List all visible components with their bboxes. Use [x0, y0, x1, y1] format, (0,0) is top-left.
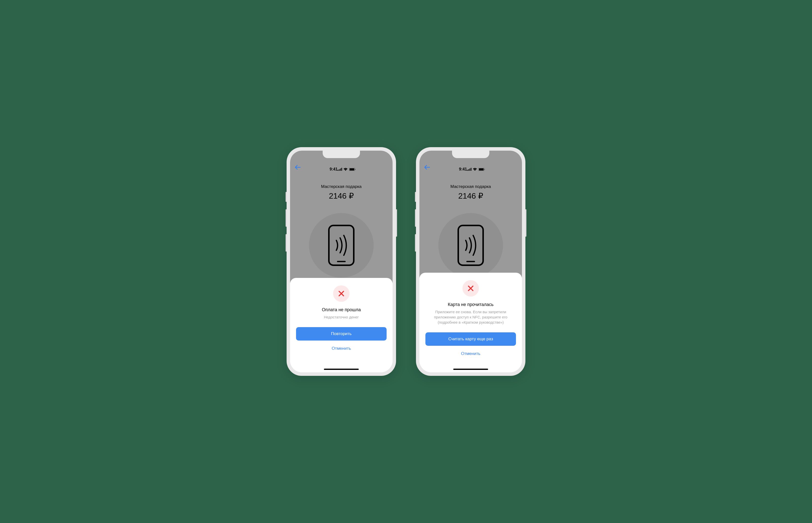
notch	[452, 151, 489, 158]
svg-rect-10	[468, 169, 469, 171]
error-icon-circle	[463, 280, 479, 296]
svg-rect-14	[479, 168, 484, 170]
svg-rect-9	[467, 170, 468, 171]
svg-rect-3	[341, 168, 342, 171]
payment-backdrop: 9:41 Мастерская подарка 2146 ₽	[290, 151, 393, 283]
error-subtitle: Недостаточно денег	[322, 314, 361, 320]
back-button[interactable]	[425, 165, 430, 170]
error-bottom-sheet: Карта не прочиталась Приложите ее снова.…	[419, 273, 522, 372]
back-arrow-icon	[295, 165, 300, 169]
phone-mockup-2: 9:41 Мастерская подарка 2146 ₽	[416, 147, 525, 376]
wifi-icon	[473, 168, 477, 171]
read-card-again-button[interactable]: Считать карту еще раз	[426, 332, 516, 346]
error-subtitle: Приложите ее снова. Если вы запретили пр…	[426, 309, 516, 325]
status-icons	[338, 168, 356, 171]
svg-rect-6	[355, 169, 356, 170]
merchant-name: Мастерская подарка	[321, 184, 362, 189]
cellular-icon	[467, 168, 471, 171]
phone-mockup-1: 9:41 Мастерская подарка 2146 ₽	[287, 147, 396, 376]
close-icon	[467, 285, 474, 292]
notch	[323, 151, 360, 158]
nfc-phone-icon	[456, 223, 486, 268]
payment-amount: 2146 ₽	[458, 191, 483, 201]
svg-rect-0	[338, 170, 338, 171]
nfc-indicator	[438, 213, 503, 278]
cancel-button[interactable]: Отменить	[461, 351, 480, 356]
svg-rect-5	[349, 168, 354, 170]
battery-icon	[349, 168, 356, 171]
svg-rect-1	[339, 169, 340, 171]
svg-rect-12	[471, 168, 471, 171]
battery-icon	[478, 168, 485, 171]
error-title: Карта не прочиталась	[448, 302, 494, 307]
cellular-icon	[338, 168, 342, 171]
status-time: 9:41	[330, 167, 338, 172]
retry-button[interactable]: Повторить	[296, 327, 386, 341]
error-icon-circle	[333, 285, 349, 302]
payment-backdrop: 9:41 Мастерская подарка 2146 ₽	[419, 151, 522, 278]
svg-rect-2	[340, 168, 341, 171]
cancel-button[interactable]: Отменить	[332, 346, 351, 351]
home-indicator[interactable]	[324, 368, 359, 370]
svg-rect-15	[484, 169, 485, 170]
svg-rect-11	[469, 168, 470, 171]
back-button[interactable]	[295, 165, 300, 170]
error-bottom-sheet: Оплата не прошла Недостаточно денег Повт…	[290, 278, 393, 372]
status-icons	[467, 168, 485, 171]
status-bar: 9:41	[449, 163, 492, 176]
payment-amount: 2146 ₽	[329, 191, 354, 201]
merchant-name: Мастерская подарка	[451, 184, 491, 189]
home-indicator[interactable]	[453, 368, 488, 370]
status-time: 9:41	[459, 167, 467, 172]
error-title: Оплата не прошла	[322, 307, 361, 312]
close-icon	[338, 290, 345, 297]
wifi-icon	[344, 168, 347, 171]
nfc-phone-icon	[326, 223, 356, 268]
nfc-indicator	[309, 213, 374, 278]
back-arrow-icon	[425, 165, 430, 169]
status-bar: 9:41	[320, 163, 363, 176]
